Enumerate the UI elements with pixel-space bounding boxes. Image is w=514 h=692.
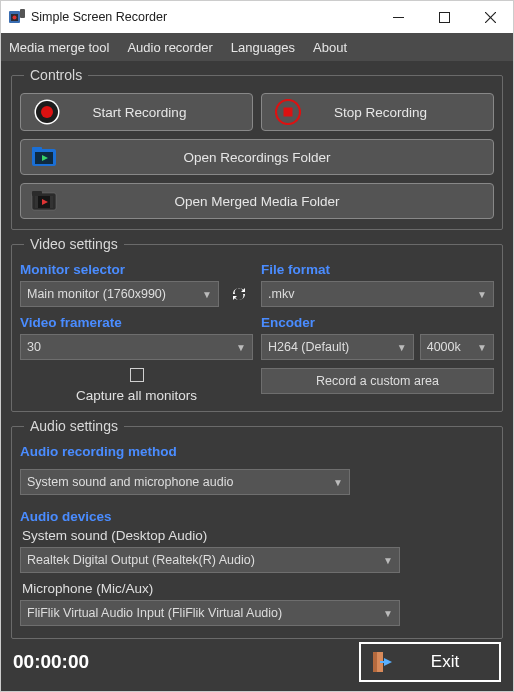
app-icon	[9, 9, 25, 25]
bitrate-dropdown[interactable]: 4000k ▼	[420, 334, 494, 360]
refresh-monitors-button[interactable]	[225, 281, 253, 307]
svg-rect-21	[50, 196, 53, 208]
svg-rect-18	[32, 191, 42, 196]
framerate-dropdown[interactable]: 30 ▼	[20, 334, 253, 360]
minimize-button[interactable]	[375, 1, 421, 33]
exit-icon	[361, 650, 403, 674]
audio-devices-label: Audio devices	[20, 509, 494, 524]
footer: 00:00:00 Exit	[1, 639, 513, 691]
system-sound-dropdown[interactable]: Realtek Digital Output (Realtek(R) Audio…	[20, 547, 400, 573]
chevron-down-icon: ▼	[397, 342, 407, 353]
video-settings-legend: Video settings	[24, 236, 124, 252]
record-custom-area-label: Record a custom area	[316, 374, 439, 388]
svg-rect-5	[439, 12, 449, 22]
video-settings-group: Video settings Monitor selector Main mon…	[11, 236, 503, 412]
svg-rect-26	[380, 661, 386, 663]
svg-rect-3	[20, 9, 25, 18]
stop-icon	[268, 99, 308, 125]
menu-media-merge[interactable]: Media merge tool	[9, 40, 109, 55]
encoder-dropdown[interactable]: H264 (Default) ▼	[261, 334, 414, 360]
stop-recording-button[interactable]: Stop Recording	[261, 93, 494, 131]
bitrate-value: 4000k	[427, 340, 461, 354]
svg-rect-20	[35, 196, 38, 208]
monitor-selector-label: Monitor selector	[20, 262, 253, 277]
chevron-down-icon: ▼	[202, 289, 212, 300]
menu-about[interactable]: About	[313, 40, 347, 55]
chevron-down-icon: ▼	[383, 555, 393, 566]
app-window: Simple Screen Recorder Media merge tool …	[0, 0, 514, 692]
start-recording-button[interactable]: Start Recording	[20, 93, 253, 131]
microphone-value: FliFlik Virtual Audio Input (FliFlik Vir…	[27, 606, 282, 620]
audio-method-dropdown[interactable]: System sound and microphone audio ▼	[20, 469, 350, 495]
folder-merged-icon	[31, 190, 71, 212]
file-format-value: .mkv	[268, 287, 294, 301]
encoder-label: Encoder	[261, 315, 494, 330]
window-title: Simple Screen Recorder	[31, 10, 375, 24]
titlebar: Simple Screen Recorder	[1, 1, 513, 33]
controls-group: Controls Start Recording Stop Recording	[11, 67, 503, 230]
chevron-down-icon: ▼	[236, 342, 246, 353]
svg-rect-12	[284, 108, 293, 117]
open-recordings-folder-label: Open Recordings Folder	[71, 150, 493, 165]
open-merged-folder-button[interactable]: Open Merged Media Folder	[20, 183, 494, 219]
microphone-label: Microphone (Mic/Aux)	[22, 581, 494, 596]
microphone-dropdown[interactable]: FliFlik Virtual Audio Input (FliFlik Vir…	[20, 600, 400, 626]
svg-rect-24	[373, 652, 377, 672]
capture-all-checkbox[interactable]	[130, 368, 144, 382]
audio-method-value: System sound and microphone audio	[27, 475, 233, 489]
svg-rect-14	[32, 147, 42, 152]
stop-recording-label: Stop Recording	[308, 105, 493, 120]
open-recordings-folder-button[interactable]: Open Recordings Folder	[20, 139, 494, 175]
client-area: Media merge tool Audio recorder Language…	[1, 33, 513, 691]
exit-button[interactable]: Exit	[359, 642, 501, 682]
open-merged-folder-label: Open Merged Media Folder	[71, 194, 493, 209]
system-sound-value: Realtek Digital Output (Realtek(R) Audio…	[27, 553, 255, 567]
recording-timer: 00:00:00	[13, 651, 89, 673]
menubar: Media merge tool Audio recorder Language…	[1, 33, 513, 61]
svg-point-10	[41, 106, 53, 118]
chevron-down-icon: ▼	[477, 342, 487, 353]
start-recording-label: Start Recording	[67, 105, 252, 120]
maximize-button[interactable]	[421, 1, 467, 33]
folder-play-icon	[31, 146, 71, 168]
monitor-selector-dropdown[interactable]: Main monitor (1760x990) ▼	[20, 281, 219, 307]
audio-settings-group: Audio settings Audio recording method Sy…	[11, 418, 503, 639]
audio-settings-legend: Audio settings	[24, 418, 124, 434]
exit-label: Exit	[403, 652, 499, 672]
file-format-label: File format	[261, 262, 494, 277]
encoder-value: H264 (Default)	[268, 340, 349, 354]
framerate-label: Video framerate	[20, 315, 253, 330]
framerate-value: 30	[27, 340, 41, 354]
menu-languages[interactable]: Languages	[231, 40, 295, 55]
svg-point-2	[13, 16, 17, 20]
menu-audio-recorder[interactable]: Audio recorder	[127, 40, 212, 55]
monitor-selector-value: Main monitor (1760x990)	[27, 287, 166, 301]
close-button[interactable]	[467, 1, 513, 33]
audio-method-label: Audio recording method	[20, 444, 494, 459]
capture-all-label: Capture all monitors	[76, 388, 197, 403]
system-sound-label: System sound (Desktop Audio)	[22, 528, 494, 543]
content: Controls Start Recording Stop Recording	[1, 61, 513, 639]
window-buttons	[375, 1, 513, 33]
controls-legend: Controls	[24, 67, 88, 83]
record-icon	[27, 99, 67, 125]
chevron-down-icon: ▼	[333, 477, 343, 488]
file-format-dropdown[interactable]: .mkv ▼	[261, 281, 494, 307]
chevron-down-icon: ▼	[383, 608, 393, 619]
chevron-down-icon: ▼	[477, 289, 487, 300]
record-custom-area-button[interactable]: Record a custom area	[261, 368, 494, 394]
